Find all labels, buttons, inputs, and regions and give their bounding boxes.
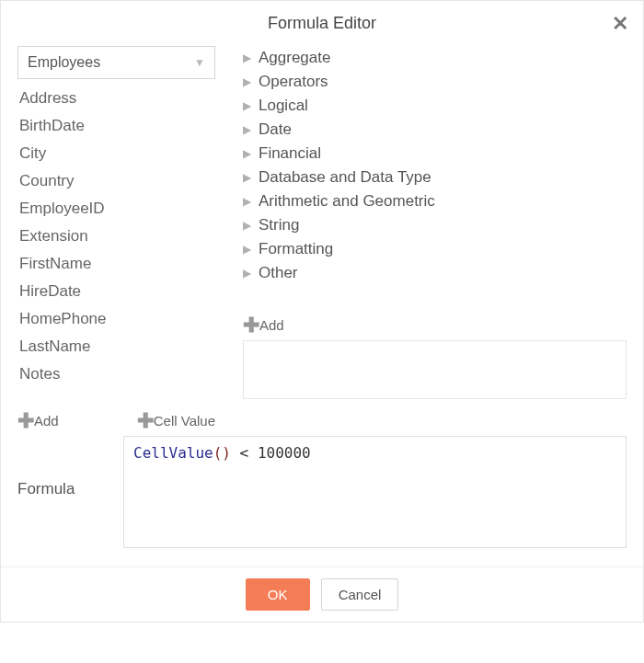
- field-item[interactable]: BirthDate: [17, 112, 215, 140]
- formula-token-close: ): [222, 444, 231, 462]
- function-description-box: [243, 340, 627, 399]
- category-item[interactable]: ▶Aggregate: [243, 46, 627, 70]
- add-field-label: Add: [34, 413, 59, 429]
- formula-label: Formula: [17, 436, 105, 498]
- formula-token-fn: CellValue: [133, 444, 213, 462]
- field-item[interactable]: Address: [17, 85, 215, 112]
- category-item[interactable]: ▶Logical: [243, 94, 627, 118]
- category-label: Logical: [259, 97, 308, 115]
- category-list: ▶Aggregate ▶Operators ▶Logical ▶Date ▶Fi…: [243, 46, 627, 285]
- field-item[interactable]: EmployeeID: [17, 195, 215, 223]
- left-column: Employees ▼ Address BirthDate City Count…: [17, 46, 215, 430]
- chevron-right-icon: ▶: [243, 147, 254, 160]
- category-item[interactable]: ▶Formatting: [243, 237, 627, 261]
- formula-token-rest: < 100000: [231, 444, 311, 462]
- field-item[interactable]: FirstName: [17, 250, 215, 278]
- close-icon[interactable]: ✕: [612, 14, 628, 34]
- chevron-right-icon: ▶: [243, 51, 254, 64]
- right-column: ▶Aggregate ▶Operators ▶Logical ▶Date ▶Fi…: [243, 46, 627, 430]
- formula-token-open: (: [213, 444, 223, 462]
- dialog-body: Employees ▼ Address BirthDate City Count…: [1, 37, 643, 430]
- category-label: Database and Data Type: [259, 168, 431, 187]
- category-label: Other: [259, 264, 298, 282]
- cancel-button[interactable]: Cancel: [321, 578, 399, 611]
- plus-icon: ✚: [137, 411, 154, 431]
- field-item[interactable]: Notes: [17, 360, 215, 388]
- chevron-right-icon: ▶: [243, 123, 254, 136]
- field-item[interactable]: LastName: [17, 333, 215, 360]
- category-item[interactable]: ▶Date: [243, 118, 627, 142]
- add-field-button[interactable]: ✚ Add: [17, 410, 59, 430]
- dialog-title: Formula Editor: [268, 14, 376, 32]
- chevron-right-icon: ▶: [243, 171, 254, 184]
- chevron-right-icon: ▶: [243, 75, 254, 88]
- chevron-right-icon: ▶: [243, 219, 254, 232]
- category-item[interactable]: ▶Database and Data Type: [243, 166, 627, 189]
- dialog-footer: OK Cancel: [1, 566, 643, 622]
- category-label: Financial: [259, 144, 321, 163]
- field-item[interactable]: City: [17, 140, 215, 167]
- chevron-right-icon: ▶: [243, 99, 254, 112]
- chevron-right-icon: ▶: [243, 267, 254, 280]
- formula-input[interactable]: CellValue() < 100000: [123, 436, 627, 548]
- category-label: Aggregate: [259, 49, 330, 67]
- table-select-value: Employees: [28, 54, 100, 71]
- category-label: Formatting: [259, 240, 333, 258]
- category-item[interactable]: ▶Arithmetic and Geometric: [243, 189, 627, 213]
- category-label: Date: [259, 120, 292, 139]
- category-item[interactable]: ▶Financial: [243, 142, 627, 166]
- category-item[interactable]: ▶String: [243, 213, 627, 237]
- field-item[interactable]: HireDate: [17, 278, 215, 305]
- category-item[interactable]: ▶Operators: [243, 70, 627, 94]
- category-label: Operators: [259, 73, 328, 91]
- field-item[interactable]: Country: [17, 167, 215, 195]
- chevron-right-icon: ▶: [243, 243, 254, 256]
- field-item[interactable]: Extension: [17, 223, 215, 250]
- category-item[interactable]: ▶Other: [243, 261, 627, 285]
- plus-icon: ✚: [17, 411, 34, 431]
- left-buttons-row: ✚ Add ✚ Cell Value: [17, 403, 215, 430]
- plus-icon: ✚: [243, 315, 259, 336]
- field-list[interactable]: Address BirthDate City Country EmployeeI…: [17, 85, 215, 403]
- cell-value-label: Cell Value: [154, 413, 215, 429]
- chevron-down-icon: ▼: [194, 56, 205, 69]
- field-item[interactable]: HomePhone: [17, 305, 215, 333]
- formula-editor-dialog: Formula Editor ✕ Employees ▼ Address Bir…: [0, 0, 644, 623]
- category-label: Arithmetic and Geometric: [259, 192, 435, 211]
- add-function-label: Add: [259, 317, 284, 333]
- add-function-button[interactable]: ✚ Add: [243, 314, 627, 335]
- dialog-titlebar: Formula Editor ✕: [1, 1, 643, 37]
- chevron-right-icon: ▶: [243, 195, 254, 208]
- formula-row: Formula CellValue() < 100000: [1, 430, 643, 566]
- cell-value-button[interactable]: ✚ Cell Value: [137, 410, 215, 430]
- category-label: String: [259, 216, 299, 234]
- table-select[interactable]: Employees ▼: [17, 46, 215, 79]
- ok-button[interactable]: OK: [246, 578, 310, 611]
